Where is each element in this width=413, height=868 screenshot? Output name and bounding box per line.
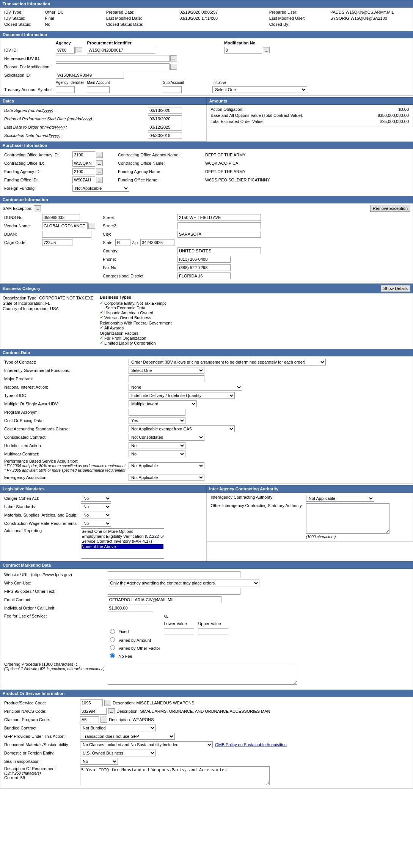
- idv-id-mod-input[interactable]: [224, 47, 262, 54]
- funding-agency-id-input[interactable]: [72, 168, 95, 175]
- sam-exception-btn[interactable]: ...: [34, 205, 41, 211]
- treasury-main-input[interactable]: [87, 86, 110, 93]
- solicitation-id-input[interactable]: [56, 72, 124, 79]
- idv-id-agency-input[interactable]: [56, 47, 75, 54]
- desc-req-textarea[interactable]: 5 Year IDIQ for Nonstandard Weapons,Part…: [80, 766, 270, 785]
- duns-input[interactable]: [42, 214, 80, 221]
- major-program-input[interactable]: [129, 375, 204, 382]
- contracting-office-id-input[interactable]: [72, 160, 95, 167]
- claimant-program-btn[interactable]: ...: [101, 717, 107, 723]
- fax-input[interactable]: [177, 264, 231, 271]
- principal-naics-input[interactable]: [80, 708, 107, 715]
- additional-reporting-multiselect[interactable]: Select One or More Options Employment El…: [81, 528, 164, 559]
- email-input[interactable]: [108, 596, 221, 603]
- funding-office-id-btn[interactable]: ...: [96, 177, 103, 183]
- type-of-idc-select[interactable]: Indefinite Delivery / Indefinite Quantit…: [129, 392, 235, 399]
- contracting-office-agency-id-input[interactable]: [72, 151, 95, 158]
- national-interest-select[interactable]: None: [129, 384, 242, 391]
- labor-standards-select[interactable]: No: [81, 503, 111, 510]
- vendor-name-input[interactable]: [42, 222, 88, 229]
- idv-id-mod-btn[interactable]: ...: [263, 47, 270, 53]
- product-service-code-input[interactable]: [80, 699, 103, 706]
- congressional-input[interactable]: [177, 273, 231, 279]
- recovered-select[interactable]: No Clauses Included and No Sustainabilit…: [80, 741, 213, 748]
- zip-input[interactable]: [140, 239, 174, 246]
- reason-for-mod-input[interactable]: [56, 63, 170, 70]
- interagency-contracting-select[interactable]: Not Applicable: [306, 495, 374, 502]
- product-service-code-btn[interactable]: ...: [104, 700, 111, 706]
- performance-based-select[interactable]: Not Applicable: [129, 462, 204, 469]
- bundled-select[interactable]: Not Bundled: [80, 725, 156, 731]
- funding-office-id-input[interactable]: [72, 176, 95, 183]
- other-interagency-textarea[interactable]: [306, 503, 389, 534]
- last-date-order-input[interactable]: [148, 124, 182, 131]
- program-acronym-label: Program Acronym:: [4, 410, 39, 414]
- perf-start-input[interactable]: [148, 115, 182, 122]
- phone-input[interactable]: [177, 256, 231, 263]
- principal-naics-btn[interactable]: ...: [108, 708, 115, 714]
- street-input[interactable]: [177, 214, 261, 221]
- fee-fixed-radio[interactable]: [110, 629, 115, 634]
- program-acronym-input[interactable]: [129, 409, 185, 416]
- cost-accounting-select[interactable]: Not Applicable exempt from CAS: [129, 425, 235, 432]
- gfp-select[interactable]: Transaction does not use GFP: [80, 733, 175, 740]
- treasury-sub-input[interactable]: [163, 86, 182, 93]
- funding-agency-id-btn[interactable]: ...: [96, 169, 103, 175]
- multiyear-select[interactable]: No: [129, 451, 185, 457]
- contracting-office-id-btn[interactable]: ...: [96, 160, 103, 166]
- referenced-idv-btn[interactable]: ...: [170, 55, 177, 61]
- omb-policy-link[interactable]: OMB Policy on Sustainable Acquisition: [215, 742, 287, 747]
- remove-exception-btn[interactable]: Remove Exception: [370, 205, 410, 212]
- show-details-btn[interactable]: Show Details: [381, 285, 410, 292]
- closed-status-value: No: [45, 22, 50, 27]
- fee-varies-factor-radio[interactable]: [110, 645, 115, 650]
- referenced-idv-input[interactable]: [56, 55, 170, 62]
- business-type-item: ✓Veteran Owned Business: [100, 315, 410, 320]
- undefinitized-select[interactable]: No: [129, 442, 185, 449]
- date-signed-input[interactable]: [148, 107, 182, 114]
- fee-fixed-label: Fixed: [119, 629, 129, 634]
- clinger-cohen-select[interactable]: No: [81, 495, 111, 502]
- fee-fixed-upper-input[interactable]: [198, 628, 228, 635]
- contracting-office-agency-id-btn[interactable]: ...: [96, 152, 103, 158]
- cost-pricing-select[interactable]: Yes: [129, 417, 185, 424]
- materials-select[interactable]: No: [81, 512, 111, 518]
- type-of-contract-select[interactable]: Order Dependent (IDV allows pricing arra…: [129, 359, 326, 365]
- idv-id-procurement-input[interactable]: [87, 47, 155, 54]
- street2-input[interactable]: [177, 222, 261, 229]
- idv-id-agency-btn[interactable]: ...: [75, 47, 82, 53]
- individual-order-input[interactable]: [108, 605, 153, 611]
- city-input[interactable]: [177, 231, 261, 238]
- fee-fixed-lower-input[interactable]: [164, 628, 194, 635]
- fee-no-fee-radio[interactable]: [110, 653, 115, 658]
- emergency-select[interactable]: Not Applicable: [129, 474, 204, 481]
- website-input[interactable]: [108, 571, 240, 578]
- state-input[interactable]: [115, 239, 130, 246]
- multiple-single-select[interactable]: Multiple Award: [129, 400, 197, 407]
- initiative-select[interactable]: Select One: [212, 86, 307, 93]
- dban-input[interactable]: [42, 231, 91, 238]
- fee-varies-amount-radio[interactable]: [110, 637, 115, 642]
- construction-select[interactable]: No: [81, 520, 111, 527]
- inherently-govt-select[interactable]: Select One: [129, 367, 204, 374]
- interagency-header: Inter Agency Contracting Authority: [207, 485, 413, 493]
- vendor-name-btn[interactable]: ...: [88, 223, 95, 229]
- fips-input[interactable]: [108, 588, 240, 595]
- country-input[interactable]: [177, 247, 261, 254]
- purchaser-header: Purchaser Information: [0, 142, 413, 149]
- ordering-procedure-textarea[interactable]: [108, 662, 297, 685]
- treasury-agency-input[interactable]: [56, 86, 75, 93]
- fee-label: Fee for Use of Service:: [4, 614, 47, 618]
- contract-data-header: Contract Data: [0, 349, 413, 356]
- foreign-funding-select[interactable]: Not Applicable: [72, 185, 129, 192]
- sea-transport-label: Sea Transportation:: [4, 759, 41, 764]
- solicitation-date-input[interactable]: [148, 132, 182, 139]
- reason-for-mod-btn[interactable]: ...: [170, 64, 177, 70]
- who-can-select[interactable]: Only the Agency awarding the contract ma…: [108, 580, 259, 586]
- domestic-select[interactable]: U.S. Owned Business: [80, 750, 156, 756]
- sea-transport-select[interactable]: No: [80, 758, 118, 765]
- claimant-program-input[interactable]: [80, 716, 99, 723]
- cage-code-input[interactable]: [42, 239, 72, 246]
- document-section: Document Information Agency Procurement …: [0, 31, 413, 96]
- consolidated-select[interactable]: Not Consolidated: [129, 434, 204, 441]
